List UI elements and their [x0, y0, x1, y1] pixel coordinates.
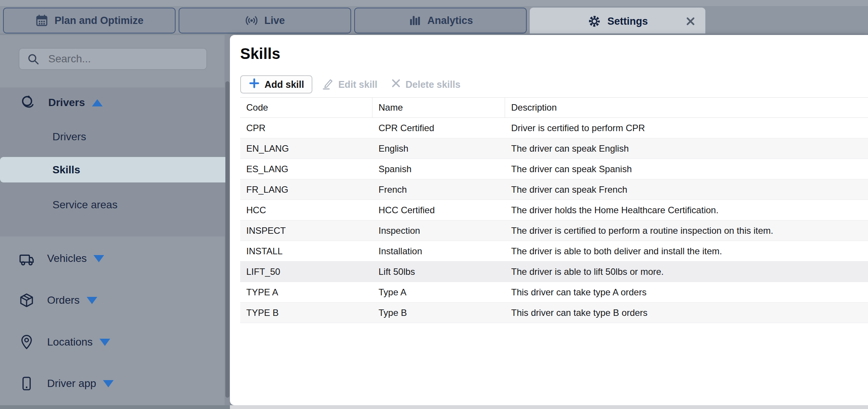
tab-live[interactable]: Live: [179, 8, 351, 33]
column-header-description: Description: [505, 98, 868, 117]
sidebar-group-label: Vehicles: [47, 252, 87, 265]
delete-skills-button[interactable]: Delete skills: [391, 78, 461, 90]
sidebar-bottom-edge: [0, 405, 230, 409]
table-cell: French: [372, 179, 505, 200]
table-cell: CPR Certified: [372, 118, 505, 138]
chevron-up-icon: [92, 99, 103, 106]
tab-plan-and-optimize[interactable]: Plan and Optimize: [3, 8, 176, 33]
table-row[interactable]: EN_LANGEnglishThe driver can speak Engli…: [240, 138, 868, 159]
tab-settings[interactable]: Settings: [530, 8, 705, 35]
edit-skill-button[interactable]: Edit skill: [322, 77, 377, 92]
table-cell: The driver can speak English: [505, 138, 868, 159]
sidebar-item-service-areas[interactable]: Service areas: [0, 194, 225, 216]
analytics-bars-icon: [408, 14, 421, 27]
table-cell: English: [372, 138, 505, 159]
window-top-strip: [0, 0, 868, 6]
sidebar-group-driver-app[interactable]: Driver app: [0, 373, 225, 394]
add-skill-label: Add skill: [265, 79, 304, 90]
panel-bottom-strip: [230, 405, 868, 409]
close-icon[interactable]: [686, 16, 695, 26]
package-icon: [18, 292, 35, 308]
chevron-down-icon: [87, 297, 97, 304]
sidebar-group-orders[interactable]: Orders: [0, 290, 225, 311]
table-row[interactable]: LIFT_50Lift 50lbsThe driver is able to l…: [240, 262, 868, 282]
chevron-down-icon: [103, 380, 114, 387]
table-row[interactable]: FR_LANGFrenchThe driver can speak French: [240, 179, 868, 200]
driver-cap-icon: [19, 95, 36, 111]
sidebar-group-locations[interactable]: Locations: [0, 331, 225, 353]
sidebar-item-label: Service areas: [52, 199, 117, 211]
table-cell: The driver is certified to perform a rou…: [505, 220, 868, 241]
table-cell: Driver is certified to perform CPR: [505, 118, 868, 138]
search-input[interactable]: [19, 48, 207, 70]
table-row[interactable]: INSPECTInspectionThe driver is certified…: [240, 220, 868, 241]
tab-label: Settings: [607, 16, 648, 27]
table-cell: Installation: [372, 241, 505, 261]
delete-x-icon: [391, 78, 401, 90]
table-row[interactable]: HCCHCC CertifiedThe driver holds the Hom…: [240, 200, 868, 220]
table-cell: The driver can speak French: [505, 179, 868, 200]
sidebar-group-label: Driver app: [47, 377, 96, 390]
table-cell: The driver can speak Spanish: [505, 159, 868, 179]
skills-table: Code Name Description CPRCPR CertifiedDr…: [240, 97, 868, 323]
edit-skill-label: Edit skill: [338, 79, 377, 90]
map-pin-icon: [18, 334, 35, 350]
pencil-icon: [322, 77, 334, 92]
column-header-code: Code: [240, 98, 372, 117]
sidebar-item-label: Skills: [52, 164, 80, 176]
sidebar-item-skills-selected[interactable]: Skills: [0, 157, 228, 182]
table-cell: FR_LANG: [240, 179, 372, 200]
table-cell: The driver holds the Home Healthcare Cer…: [505, 200, 868, 220]
table-row[interactable]: ES_LANGSpanishThe driver can speak Spani…: [240, 159, 868, 179]
sidebar-group-drivers[interactable]: Drivers: [0, 92, 225, 113]
sidebar-search: [19, 48, 207, 70]
gear-icon: [587, 14, 602, 29]
table-cell: Type B: [372, 303, 505, 323]
sidebar-group-vehicles[interactable]: Vehicles: [0, 248, 225, 269]
sidebar-group-label: Drivers: [48, 97, 85, 109]
sidebar-scrollbar-thumb[interactable]: [225, 81, 230, 398]
delete-skills-label: Delete skills: [405, 79, 461, 90]
plus-icon: [249, 78, 260, 91]
tab-label: Live: [264, 15, 285, 27]
sidebar-group-label: Orders: [47, 294, 80, 306]
sidebar-item-drivers[interactable]: Drivers: [0, 126, 225, 147]
table-row[interactable]: TYPE BType BThis driver can take type B …: [240, 303, 868, 323]
skills-toolbar: Add skill Edit skill D: [240, 75, 868, 94]
table-row[interactable]: TYPE AType AThis driver can take type A …: [240, 282, 868, 303]
table-cell: TYPE B: [240, 303, 372, 323]
table-row[interactable]: INSTALLInstallationThe driver is able to…: [240, 241, 868, 262]
table-cell: This driver can take type B orders: [505, 303, 868, 323]
table-cell: Type A: [372, 282, 505, 302]
table-cell: ES_LANG: [240, 159, 372, 179]
table-cell: EN_LANG: [240, 138, 372, 159]
table-cell: HCC Certified: [372, 200, 505, 220]
tab-label: Plan and Optimize: [54, 15, 143, 27]
skills-settings-panel: Skills Add skill Edit sk: [230, 35, 868, 405]
table-body: CPRCPR CertifiedDriver is certified to p…: [240, 118, 868, 323]
calendar-icon: [35, 14, 49, 27]
sidebar-group-label: Locations: [47, 336, 93, 348]
table-cell: Lift 50lbs: [372, 262, 505, 282]
table-cell: INSPECT: [240, 220, 372, 241]
table-cell: INSTALL: [240, 241, 372, 261]
column-header-name: Name: [372, 98, 505, 117]
add-skill-button[interactable]: Add skill: [240, 75, 312, 94]
table-cell: The driver is able to lift 50lbs or more…: [505, 262, 868, 282]
truck-icon: [18, 250, 35, 267]
table-row[interactable]: CPRCPR CertifiedDriver is certified to p…: [240, 118, 868, 138]
table-cell: TYPE A: [240, 282, 372, 302]
live-broadcast-icon: [245, 14, 258, 27]
table-cell: This driver can take type A orders: [505, 282, 868, 302]
table-cell: Inspection: [372, 220, 505, 241]
table-cell: CPR: [240, 118, 372, 138]
phone-icon: [18, 376, 35, 392]
tab-label: Analytics: [427, 15, 473, 27]
page-title: Skills: [240, 45, 868, 62]
settings-sidebar: Drivers Drivers Skills Service areas Veh…: [0, 35, 230, 409]
table-cell: HCC: [240, 200, 372, 220]
tab-analytics[interactable]: Analytics: [354, 8, 527, 33]
chevron-down-icon: [93, 255, 104, 262]
table-header-row: Code Name Description: [240, 97, 868, 118]
table-cell: The driver is able to both deliver and i…: [505, 241, 868, 261]
